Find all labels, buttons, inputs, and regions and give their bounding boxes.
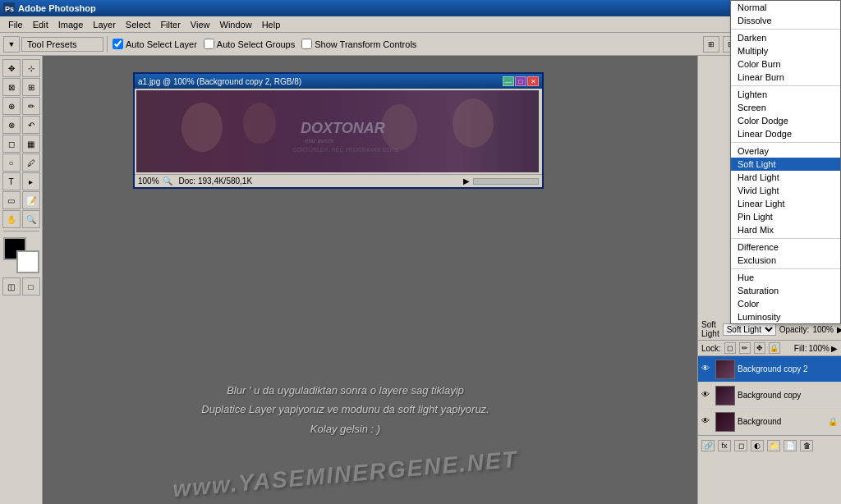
blend-color[interactable]: Color bbox=[731, 297, 840, 310]
blend-mode-dropdown[interactable]: Normal Dissolve Darken Multiply Color Bu… bbox=[730, 0, 841, 324]
type-tool[interactable]: T bbox=[2, 172, 21, 190]
blend-normal[interactable]: Normal bbox=[731, 1, 840, 14]
add-style-btn[interactable]: fx bbox=[718, 440, 731, 451]
tutorial-line1: Blur ' u da uyguladiktan sonra o layere … bbox=[141, 381, 549, 400]
menu-window[interactable]: Window bbox=[215, 19, 257, 30]
doc-nav-arrow[interactable]: ▶ bbox=[463, 176, 470, 186]
new-layer-btn[interactable]: 📄 bbox=[784, 440, 797, 451]
quick-mask-btn[interactable]: ◫ bbox=[2, 277, 21, 296]
doc-minimize[interactable]: — bbox=[503, 76, 514, 86]
add-mask-btn[interactable]: ◻ bbox=[734, 440, 747, 451]
show-transform-input[interactable] bbox=[301, 39, 312, 49]
tool-preset-dropdown[interactable]: ▼ bbox=[3, 36, 20, 53]
fill-arrow[interactable]: ▶ bbox=[831, 344, 838, 353]
fill-control: Fill: 100% ▶ bbox=[794, 344, 838, 353]
blend-lighten[interactable]: Lighten bbox=[731, 88, 840, 101]
layer-thumb-bg-copy bbox=[715, 386, 735, 405]
opacity-arrow[interactable]: ▶ bbox=[837, 325, 841, 334]
align-btn-1[interactable]: ⊞ bbox=[703, 36, 719, 53]
screen-mode-btn[interactable]: □ bbox=[22, 277, 40, 296]
blend-multiply[interactable]: Multiply bbox=[731, 44, 840, 57]
lock-position[interactable]: ✥ bbox=[754, 342, 765, 354]
lock-all[interactable]: 🔒 bbox=[769, 342, 780, 354]
lock-pixels[interactable]: ✏ bbox=[739, 342, 751, 354]
auto-select-layer-input[interactable] bbox=[113, 39, 123, 49]
shape-tool[interactable]: ▭ bbox=[2, 191, 21, 209]
dodge-tool[interactable]: ○ bbox=[2, 153, 21, 172]
watermark: www.YASEMINERGENE.NET bbox=[125, 442, 567, 504]
blend-pin-light[interactable]: Pin Light bbox=[731, 210, 840, 223]
delete-layer-btn[interactable]: 🗑 bbox=[800, 440, 813, 451]
background-color[interactable] bbox=[16, 250, 39, 273]
blend-hard-mix[interactable]: Hard Mix bbox=[731, 223, 840, 236]
history-tool[interactable]: ↶ bbox=[22, 116, 40, 134]
crop-tool[interactable]: ⊞ bbox=[22, 78, 40, 96]
blend-darken[interactable]: Darken bbox=[731, 31, 840, 44]
blend-saturation[interactable]: Saturation bbox=[731, 284, 840, 297]
blend-screen[interactable]: Screen bbox=[731, 101, 840, 114]
blend-hard-light[interactable]: Hard Light bbox=[731, 171, 840, 184]
move-tool[interactable]: ✥ bbox=[2, 59, 21, 77]
auto-select-layer-checkbox[interactable]: Auto Select Layer bbox=[113, 39, 197, 49]
layer-eye-bg[interactable]: 👁 bbox=[701, 416, 713, 428]
menu-filter[interactable]: Filter bbox=[155, 19, 185, 30]
blend-mode-label: Soft Light bbox=[701, 320, 719, 338]
layer-thumb-bg-copy2 bbox=[715, 360, 735, 379]
doc-image-overlay bbox=[136, 90, 539, 172]
heal-tool[interactable]: ⊕ bbox=[2, 97, 21, 115]
layer-eye-bg-copy[interactable]: 👁 bbox=[701, 390, 713, 401]
menu-select[interactable]: Select bbox=[121, 19, 156, 30]
blend-linear-light[interactable]: Linear Light bbox=[731, 197, 840, 210]
doc-close[interactable]: ✕ bbox=[527, 76, 539, 86]
new-adjustment-btn[interactable]: ◐ bbox=[751, 440, 764, 451]
blend-vivid-light[interactable]: Vivid Light bbox=[731, 184, 840, 197]
color-swatches[interactable] bbox=[3, 237, 39, 273]
eraser-tool[interactable]: ◻ bbox=[2, 135, 21, 153]
layer-eye-bg-copy2[interactable]: 👁 bbox=[701, 364, 713, 375]
svg-text:Ps: Ps bbox=[5, 5, 14, 13]
clone-tool[interactable]: ⊗ bbox=[2, 116, 21, 134]
new-group-btn[interactable]: 📁 bbox=[767, 440, 780, 451]
tool-presets-section: ▼ Tool Presets bbox=[3, 36, 108, 53]
link-layers-btn[interactable]: 🔗 bbox=[701, 440, 715, 451]
select-tool[interactable]: ▸ bbox=[22, 172, 40, 190]
layer-row-bg-copy2[interactable]: 👁 Background copy 2 bbox=[698, 356, 841, 383]
auto-select-groups-input[interactable] bbox=[204, 39, 214, 49]
blend-luminosity[interactable]: Luminosity bbox=[731, 310, 840, 323]
menu-layer[interactable]: Layer bbox=[88, 19, 121, 30]
menu-help[interactable]: Help bbox=[257, 19, 286, 30]
lasso-tool[interactable]: ⊹ bbox=[22, 59, 40, 77]
auto-select-groups-checkbox[interactable]: Auto Select Groups bbox=[204, 39, 295, 49]
menu-image[interactable]: Image bbox=[53, 19, 89, 30]
menu-edit[interactable]: Edit bbox=[28, 19, 53, 30]
doc-maximize[interactable]: □ bbox=[515, 76, 526, 86]
show-transform-checkbox[interactable]: Show Transform Controls bbox=[301, 39, 416, 49]
layer-thumb-bg bbox=[715, 412, 735, 432]
blend-sep-4 bbox=[731, 238, 840, 239]
magic-wand-tool[interactable]: ⊠ bbox=[2, 78, 21, 96]
blend-color-burn[interactable]: Color Burn bbox=[731, 57, 840, 71]
path-tool[interactable]: 🖊 bbox=[22, 153, 40, 172]
menu-view[interactable]: View bbox=[186, 19, 215, 30]
blend-color-dodge[interactable]: Color Dodge bbox=[731, 114, 840, 127]
menu-file[interactable]: File bbox=[3, 19, 28, 30]
blend-exclusion[interactable]: Exclusion bbox=[731, 254, 840, 267]
gradient-tool[interactable]: ▦ bbox=[22, 135, 40, 153]
brush-tool[interactable]: ✏ bbox=[22, 97, 40, 115]
blend-mode-select[interactable]: Soft Light bbox=[723, 323, 776, 336]
layer-row-bg-copy[interactable]: 👁 Background copy bbox=[698, 383, 841, 409]
layer-row-bg[interactable]: 👁 Background 🔒 bbox=[698, 409, 841, 435]
blend-difference[interactable]: Difference bbox=[731, 241, 840, 254]
lock-transparency[interactable]: ◻ bbox=[724, 342, 736, 354]
blend-dissolve[interactable]: Dissolve bbox=[731, 14, 840, 27]
tool-separator bbox=[3, 231, 39, 231]
blend-linear-burn[interactable]: Linear Burn bbox=[731, 71, 840, 84]
hand-tool[interactable]: ✋ bbox=[2, 210, 21, 228]
note-tool[interactable]: 📝 bbox=[22, 191, 40, 209]
zoom-tool[interactable]: 🔍 bbox=[22, 210, 40, 228]
blend-overlay[interactable]: Overlay bbox=[731, 144, 840, 158]
blend-soft-light[interactable]: Soft Light bbox=[731, 158, 840, 171]
document-window: a1.jpg @ 100% (Background copy 2, RGB/8)… bbox=[133, 72, 544, 189]
blend-linear-dodge[interactable]: Linear Dodge bbox=[731, 127, 840, 140]
blend-hue[interactable]: Hue bbox=[731, 271, 840, 284]
